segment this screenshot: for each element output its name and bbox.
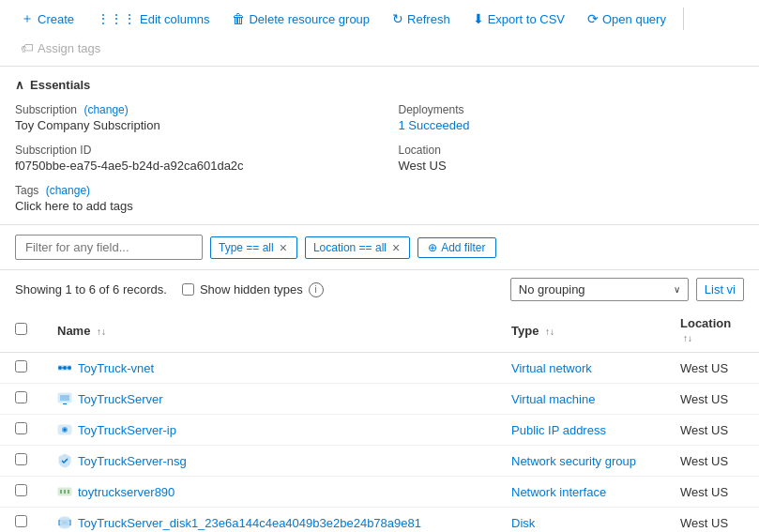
resource-name-link[interactable]: ToyTruckServer_disk1_23e6a144c4ea4049b3e… [57,515,481,530]
filter-bar: Type == all × Location == all × ⊕ Add fi… [0,225,759,270]
show-hidden-types: Show hidden types i [182,282,324,297]
toolbar: ＋ Create ⋮⋮⋮ Edit columns 🗑 Delete resou… [0,0,759,67]
resource-type: Public IP address [511,423,606,437]
tags-change-link[interactable]: (change) [46,184,90,197]
resource-name: ToyTruck-vnet [78,361,154,375]
resource-type-icon [57,453,72,468]
svg-point-2 [63,366,67,370]
add-tags-link[interactable]: Click here to add tags [15,199,133,213]
row-name-cell: ToyTruckServer-ip [42,415,496,446]
type-filter-remove-button[interactable]: × [278,240,289,255]
row-checkbox-cell [0,353,42,384]
deployments-status-link[interactable]: Succeeded [408,118,469,132]
type-sort-icon[interactable]: ↑↓ [545,327,554,337]
list-view-button[interactable]: List vi [696,278,744,301]
subscription-change-link[interactable]: (change) [83,103,128,116]
row-checkbox[interactable] [15,484,27,496]
add-filter-icon: ⊕ [428,241,437,254]
row-type-cell: Disk [496,508,665,533]
svg-rect-7 [60,395,69,401]
resource-name-link[interactable]: ToyTruck-vnet [57,360,481,375]
filter-input[interactable] [15,235,203,260]
create-button[interactable]: ＋ Create [11,6,83,32]
resource-type: Virtual network [511,361,592,375]
type-filter-label: Type == all [219,241,274,254]
deployments-count[interactable]: 1 [399,118,405,132]
resource-type: Network interface [511,485,606,499]
name-sort-icon[interactable]: ↑↓ [97,327,106,337]
export-icon: ⬇ [473,11,484,26]
grouping-dropdown[interactable]: No grouping ∨ [510,278,689,301]
collapse-icon[interactable]: ∧ [15,78,24,92]
show-hidden-types-label: Show hidden types [200,282,303,296]
row-location-cell: West US [665,415,759,446]
resource-name-link[interactable]: ToyTruckServer [57,391,481,406]
row-checkbox[interactable] [15,422,27,434]
row-checkbox-cell [0,384,42,415]
resource-type: Disk [511,516,535,530]
header-checkbox-cell [0,309,42,353]
row-checkbox-cell [0,508,42,533]
table-row: ToyTruckServer-ip Public IP address West… [0,415,759,446]
subscription-id-label: Subscription ID [15,144,361,157]
select-all-checkbox[interactable] [15,323,27,335]
resources-table: Name ↑↓ Type ↑↓ Location ↑↓ ToyTruck-vne… [0,309,759,532]
essentials-subscription: Subscription (change) Toy Company Subscr… [15,103,361,132]
svg-point-3 [68,366,71,370]
subscription-value-link[interactable]: Toy Company Subscription [15,118,160,132]
row-checkbox[interactable] [15,453,27,465]
row-name-cell: ToyTruck-vnet [42,353,496,384]
svg-point-11 [64,429,67,432]
list-controls-left: Showing 1 to 6 of 6 records. Show hidden… [15,282,324,297]
row-checkbox[interactable] [15,391,27,403]
header-location: Location ↑↓ [665,309,759,353]
edit-columns-button[interactable]: ⋮⋮⋮ Edit columns [87,7,219,31]
svg-point-18 [59,523,70,528]
essentials-deployments: Deployments 1 Succeeded [399,103,745,132]
refresh-button[interactable]: ↻ Refresh [383,7,460,31]
resource-name: ToyTruckServer [78,392,163,406]
essentials-section: ∧ Essentials Subscription (change) Toy C… [0,67,759,225]
export-csv-button[interactable]: ⬇ Export to CSV [463,7,574,31]
essentials-subscription-id: Subscription ID f0750bbe-ea75-4ae5-b24d-… [15,144,361,173]
resource-name: ToyTruckServer-nsg [78,454,187,468]
refresh-icon: ↻ [392,11,403,26]
resource-name: ToyTruckServer-ip [78,423,176,437]
row-type-cell: Virtual network [496,353,665,384]
resource-location: West US [680,454,728,468]
row-checkbox[interactable] [15,360,27,372]
resource-name: ToyTruckServer_disk1_23e6a144c4ea4049b3e… [78,516,421,530]
open-query-icon: ⟳ [587,11,599,26]
assign-tags-icon: 🏷 [21,40,34,55]
resource-name-link[interactable]: ToyTruckServer-nsg [57,453,481,468]
delete-resource-group-button[interactable]: 🗑 Delete resource group [222,7,379,31]
row-checkbox[interactable] [15,515,27,527]
row-type-cell: Network security group [496,446,665,477]
tags-label: Tags (change) [15,184,361,197]
row-location-cell: West US [665,446,759,477]
create-icon: ＋ [21,10,34,27]
show-hidden-info-icon[interactable]: i [309,282,324,297]
location-sort-icon[interactable]: ↑↓ [683,333,692,343]
essentials-header: ∧ Essentials [15,78,744,92]
open-query-button[interactable]: ⟳ Open query [578,7,676,31]
location-filter-remove-button[interactable]: × [390,240,402,255]
row-name-cell: ToyTruckServer_disk1_23e6a144c4ea4049b3e… [42,508,496,533]
svg-rect-8 [63,403,67,404]
row-location-cell: West US [665,477,759,508]
add-filter-button[interactable]: ⊕ Add filter [417,237,495,258]
subscription-id-value: f0750bbe-ea75-4ae5-b24d-a92ca601da2c [15,159,361,173]
deployments-label: Deployments [399,103,745,116]
record-count: Showing 1 to 6 of 6 records. [15,282,167,296]
row-type-cell: Public IP address [496,415,665,446]
resource-name: toytruckserver890 [78,485,175,499]
chevron-down-icon: ∨ [674,284,680,295]
delete-icon: 🗑 [232,11,245,26]
resource-type-icon [57,391,72,406]
show-hidden-types-checkbox[interactable] [182,283,194,296]
svg-rect-13 [60,490,62,494]
resource-name-link[interactable]: toytruckserver890 [57,484,481,499]
assign-tags-button[interactable]: 🏷 Assign tags [11,36,110,60]
row-checkbox-cell [0,446,42,477]
resource-name-link[interactable]: ToyTruckServer-ip [57,422,481,437]
